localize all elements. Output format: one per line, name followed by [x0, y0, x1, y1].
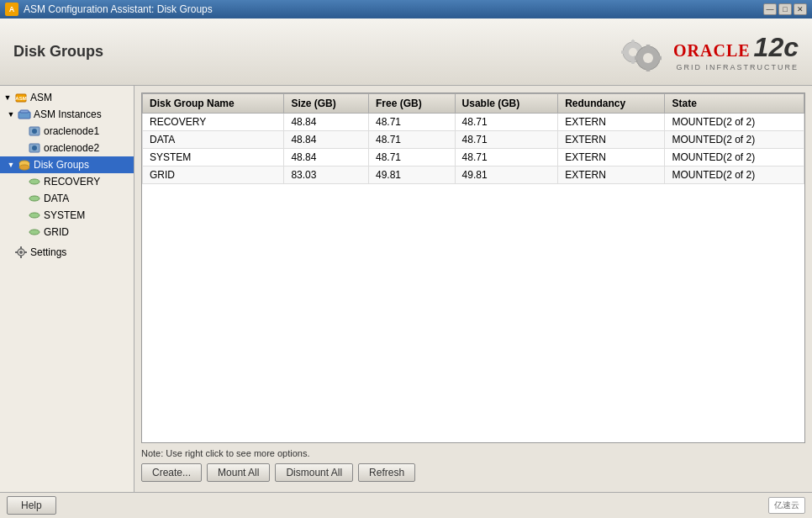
sidebar-item-data[interactable]: DATA: [0, 190, 134, 207]
bottom-area: Note: Use right click to see more option…: [141, 443, 805, 485]
sidebar-label-node1: oraclenode1: [44, 125, 99, 137]
button-row: Create... Mount All Dismount All Refresh: [141, 463, 805, 482]
disk-groups-icon: [18, 158, 31, 172]
asm-icon: ASM: [14, 91, 28, 104]
sidebar-label-asm: ASM: [30, 92, 52, 103]
cell-row3-col5: MOUNTED(2 of 2): [665, 166, 804, 184]
svg-rect-17: [20, 110, 29, 113]
sidebar-item-system[interactable]: SYSTEM: [0, 207, 134, 224]
svg-point-24: [19, 165, 29, 170]
cell-row3-col4: EXTERN: [558, 166, 665, 184]
sidebar-label-node2: oraclenode2: [44, 142, 99, 154]
gear-icons: [608, 31, 667, 73]
sidebar-label-data: DATA: [44, 193, 69, 204]
expand-icon-node2: [17, 144, 25, 152]
oracle-brand: ORACLE: [673, 41, 751, 61]
table-row[interactable]: RECOVERY48.8448.7148.71EXTERNMOUNTED(2 o…: [143, 114, 804, 131]
window-content: Disk Groups: [0, 18, 812, 518]
table-row[interactable]: GRID83.0349.8149.81EXTERNMOUNTED(2 of 2): [143, 166, 804, 184]
sidebar-label-recovery: RECOVERY: [44, 176, 100, 188]
svg-point-19: [32, 129, 37, 134]
cell-row2-col5: MOUNTED(2 of 2): [665, 149, 804, 166]
sidebar-item-oraclenode2[interactable]: oraclenode2: [0, 140, 134, 156]
col-header-state: State: [665, 94, 804, 114]
svg-point-9: [643, 53, 653, 63]
oracle-version: 12c: [754, 32, 799, 63]
col-header-redundancy: Redundancy: [558, 94, 665, 114]
col-header-name: Disk Group Name: [143, 94, 284, 114]
node2-icon: [28, 141, 41, 155]
sidebar-item-disk-groups[interactable]: ▼ Disk Groups: [0, 156, 134, 173]
footer-watermark: 亿速云: [768, 497, 805, 514]
svg-rect-11: [646, 67, 651, 71]
sidebar-item-recovery[interactable]: RECOVERY: [0, 173, 134, 190]
instances-icon: [18, 108, 31, 121]
cell-row3-col1: 83.03: [284, 166, 369, 184]
cell-row0-col4: EXTERN: [558, 114, 665, 131]
expand-icon-grid: [17, 228, 25, 236]
create-button[interactable]: Create...: [141, 463, 202, 482]
window-controls: — □ ✕: [763, 3, 807, 15]
recovery-icon: [28, 175, 41, 188]
maximize-button[interactable]: □: [778, 3, 792, 15]
sidebar-item-oraclenode1[interactable]: oraclenode1: [0, 123, 134, 140]
cell-row0-col0: RECOVERY: [143, 114, 284, 131]
expand-icon-node1: [17, 127, 25, 135]
svg-rect-4: [621, 50, 625, 54]
settings-icon: [14, 246, 28, 259]
expand-icon-data: [17, 194, 25, 203]
svg-point-30: [19, 251, 23, 254]
sidebar-label-grid: GRID: [44, 226, 69, 238]
sidebar-item-asm[interactable]: ▼ ASM ASM: [0, 89, 134, 106]
help-button[interactable]: Help: [7, 496, 56, 515]
svg-rect-31: [20, 246, 22, 249]
cell-row1-col5: MOUNTED(2 of 2): [665, 131, 804, 149]
oracle-logo-top: ORACLE 12c GRID INFRASTRUCTURE: [608, 31, 799, 73]
cell-row0-col1: 48.84: [284, 114, 369, 131]
footer: Help 亿速云: [0, 492, 812, 518]
cell-row0-col2: 48.71: [369, 114, 456, 131]
close-button[interactable]: ✕: [794, 3, 807, 15]
refresh-button[interactable]: Refresh: [358, 463, 415, 482]
cell-row3-col3: 49.81: [455, 166, 558, 184]
cell-row0-col5: MOUNTED(2 of 2): [665, 114, 804, 131]
header-bar: Disk Groups: [0, 18, 812, 86]
sidebar-item-grid[interactable]: GRID: [0, 224, 134, 240]
sidebar-item-settings[interactable]: Settings: [0, 244, 134, 261]
table-row[interactable]: SYSTEM48.8448.7148.71EXTERNMOUNTED(2 of …: [143, 149, 804, 166]
cell-row2-col0: SYSTEM: [143, 149, 284, 166]
sidebar-item-asm-instances[interactable]: ▼ ASM Instances: [0, 106, 134, 123]
svg-rect-34: [24, 251, 27, 253]
cell-row1-col1: 48.84: [284, 131, 369, 149]
cell-row2-col3: 48.71: [455, 149, 558, 166]
minimize-button[interactable]: —: [763, 3, 777, 15]
sidebar-label-system: SYSTEM: [44, 209, 85, 221]
svg-rect-33: [15, 251, 18, 253]
table-body: RECOVERY48.8448.7148.71EXTERNMOUNTED(2 o…: [143, 114, 804, 184]
system-icon: [28, 209, 41, 222]
cell-row1-col2: 48.71: [369, 131, 456, 149]
dismount-button[interactable]: Dismount All: [275, 463, 353, 482]
sidebar: ▼ ASM ASM ▼ ASM Instances: [0, 86, 134, 492]
expand-icon-settings: [3, 248, 12, 256]
cell-row1-col4: EXTERN: [558, 131, 665, 149]
svg-point-1: [629, 48, 637, 56]
cell-row1-col0: DATA: [143, 131, 284, 149]
table-header-row: Disk Group Name Size (GB) Free (GB) Usab…: [143, 94, 804, 114]
disk-groups-table-container: Disk Group Name Size (GB) Free (GB) Usab…: [141, 92, 805, 443]
svg-point-27: [29, 213, 40, 218]
svg-rect-10: [646, 45, 651, 49]
svg-point-25: [29, 179, 40, 184]
content-area: Disk Group Name Size (GB) Free (GB) Usab…: [134, 86, 812, 492]
table-row[interactable]: DATA48.8448.7148.71EXTERNMOUNTED(2 of 2): [143, 131, 804, 149]
cell-row2-col4: EXTERN: [558, 149, 665, 166]
grid-icon: [28, 225, 41, 239]
title-bar-left: A ASM Configuration Assistant: Disk Grou…: [5, 3, 213, 16]
mount-button[interactable]: Mount All: [207, 463, 270, 482]
sidebar-label-diskgroups: Disk Groups: [34, 159, 89, 171]
cell-row1-col3: 48.71: [455, 131, 558, 149]
title-bar: A ASM Configuration Assistant: Disk Grou…: [0, 0, 812, 18]
cell-row2-col1: 48.84: [284, 149, 369, 166]
sidebar-label-instances: ASM Instances: [34, 108, 102, 120]
app-icon: A: [5, 3, 18, 16]
